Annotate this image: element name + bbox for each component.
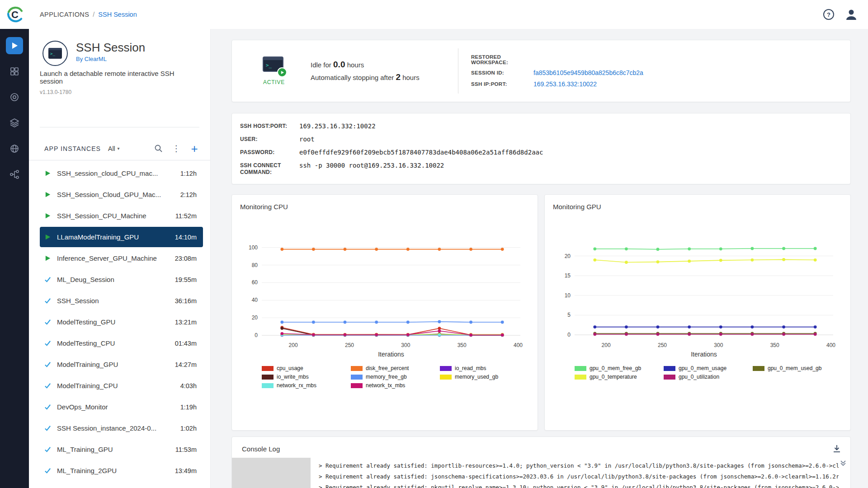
instance-name: ML_Training_2GPU xyxy=(57,467,175,474)
list-item[interactable]: DevOps_Monitor1:19h xyxy=(40,397,203,417)
page-title: SSH Session xyxy=(76,41,145,54)
legend-item: gpu_0_temperature xyxy=(575,374,664,380)
list-item[interactable]: ML_Training_2GPU13:49m xyxy=(40,460,203,481)
svg-text:250: 250 xyxy=(345,342,354,348)
svg-text:10: 10 xyxy=(565,292,571,299)
legend-swatch xyxy=(351,366,363,371)
svg-text:?: ? xyxy=(827,11,830,18)
breadcrumb-current-page[interactable]: SSH Session xyxy=(98,11,137,18)
list-item[interactable]: ML_Training_GPU11:53m xyxy=(40,439,203,460)
console-header: Console Log xyxy=(232,437,850,458)
list-item[interactable]: ModelTesting_GPU13:21m xyxy=(40,312,203,332)
list-item[interactable]: ML_Testing_GPU32:12m xyxy=(40,482,203,488)
list-item[interactable]: SSH_Session_Cloud_GPU_Mac...2:12h xyxy=(40,184,203,205)
instance-runtime: 4:03h xyxy=(180,382,197,389)
rail-item-projects[interactable] xyxy=(6,63,23,80)
rail-item-pipelines[interactable] xyxy=(6,166,23,183)
console-log-title: Console Log xyxy=(242,445,280,453)
legend-swatch xyxy=(440,375,452,380)
legend-swatch xyxy=(351,375,363,380)
instance-name: DevOps_Monitor xyxy=(57,403,180,411)
help-icon[interactable]: ? xyxy=(823,9,835,20)
list-item[interactable]: ModelTraining_GPU14:27m xyxy=(40,354,203,375)
list-item[interactable]: SSH_session_cloud_CPU_mac...1:12h xyxy=(40,163,203,183)
detail-row: SSH CONNECT COMMAND:ssh -p 30000 root@16… xyxy=(240,162,841,176)
instance-name: ModelTesting_CPU xyxy=(57,339,175,347)
console-log-line: > Requirement already satisfied: pkgutil… xyxy=(319,482,839,488)
app-version: v1.13.0-1780 xyxy=(29,85,210,95)
svg-text:350: 350 xyxy=(770,342,779,348)
legend-swatch xyxy=(575,375,586,380)
clearml-logo-icon[interactable]: C xyxy=(5,5,24,24)
legend-item: gpu_0_utilization xyxy=(664,374,753,380)
svg-text:250: 250 xyxy=(658,342,667,348)
app-root: C APPLICATIONS / SSH Session ? xyxy=(0,0,868,488)
completed-check-icon xyxy=(44,340,51,347)
instance-runtime: 13:21m xyxy=(175,319,197,326)
legend-item: memory_used_gb xyxy=(440,374,529,380)
instances-filter-dropdown[interactable]: All ▾ xyxy=(108,145,120,152)
legend-label: memory_used_gb xyxy=(455,374,498,380)
session-id-link[interactable]: fa853b6105e9459b80a825b6c8c7cb2a xyxy=(533,69,643,76)
list-item[interactable]: ModelTesting_CPU01:43m xyxy=(40,333,203,353)
instance-name: Inference_Server_GPU_Machine xyxy=(57,254,175,262)
user-avatar-icon[interactable] xyxy=(844,8,858,21)
launch-new-instance-button[interactable]: + xyxy=(189,143,200,155)
session-status: >_ ACTIVE xyxy=(256,56,292,85)
legend-label: gpu_0_utilization xyxy=(679,374,719,380)
completed-check-icon xyxy=(44,425,51,432)
completed-check-icon xyxy=(44,446,51,453)
rail-item-datasets[interactable] xyxy=(6,89,23,106)
restored-workspace-info: RESTORED WORKSPACE: SESSION ID: fa853b61… xyxy=(471,54,643,88)
breadcrumb-applications[interactable]: APPLICATIONS xyxy=(40,11,89,18)
download-icon[interactable] xyxy=(832,444,841,453)
ssh-details-card: SSH HOST:PORT:169.253.16.332:10022USER:r… xyxy=(231,113,851,184)
legend-label: gpu_0_temperature xyxy=(590,374,637,380)
svg-text:0: 0 xyxy=(255,332,258,338)
instance-runtime: 1:02h xyxy=(180,425,197,432)
list-item[interactable]: SSH_Session_CPU_Machine11:52m xyxy=(40,206,203,226)
search-button[interactable] xyxy=(152,143,164,155)
ssh-ip-port-link[interactable]: 169.253.16.332:10022 xyxy=(533,80,643,88)
rail-item-orchestration[interactable] xyxy=(6,140,23,157)
svg-text:5: 5 xyxy=(567,312,571,318)
legend-label: io_read_mbs xyxy=(455,365,486,371)
app-author-link[interactable]: By ClearML xyxy=(76,56,145,62)
console-log-card: Console Log > Requirement already satisf… xyxy=(231,436,851,488)
detail-row: USER:root xyxy=(240,136,841,143)
legend-label: io_write_mbs xyxy=(277,374,309,380)
detail-label: USER: xyxy=(240,136,299,143)
detail-value: root xyxy=(299,136,315,143)
instance-name: SSH_Session xyxy=(57,297,175,305)
detail-value: 169.253.16.332:10022 xyxy=(299,122,376,130)
rail-item-hyper-datasets[interactable] xyxy=(6,114,23,131)
detail-row: SSH HOST:PORT:169.253.16.332:10022 xyxy=(240,122,841,130)
completed-check-icon xyxy=(44,319,51,325)
svg-text:20: 20 xyxy=(252,314,258,321)
running-play-icon xyxy=(44,191,51,198)
console-log-area[interactable]: > Requirement already satisfied: importl… xyxy=(232,458,850,488)
rail-item-applications[interactable] xyxy=(6,37,23,54)
list-item[interactable]: ModelTraining_CPU4:03h xyxy=(40,375,203,396)
list-item[interactable]: SSH Session_instance_2024-0...1:02h xyxy=(40,418,203,438)
list-item[interactable]: Inference_Server_GPU_Machine23:08m xyxy=(40,248,203,268)
legend-swatch xyxy=(440,366,452,371)
session-status-card: >_ ACTIVE Idle for 0.0 hours Automatical… xyxy=(231,40,851,102)
list-item[interactable]: LLamaModelTraining_GPU14:10m xyxy=(40,227,203,247)
list-item[interactable]: SSH_Session36:16m xyxy=(40,291,203,311)
jump-to-end-icon[interactable] xyxy=(840,460,847,467)
legend-item: network_tx_mbs xyxy=(351,382,440,389)
divider xyxy=(458,48,458,94)
legend-item: memory_free_gb xyxy=(351,374,440,380)
applications-icon xyxy=(10,41,19,50)
app-sidebar: >_ SSH Session By ClearML Launch a detac… xyxy=(29,29,211,488)
legend-item: gpu_0_mem_free_gb xyxy=(575,365,664,371)
svg-text:200: 200 xyxy=(289,342,298,348)
running-play-icon xyxy=(44,170,51,177)
more-options-button[interactable]: ⋮ xyxy=(170,143,182,155)
app-instances-label: APP INSTANCES xyxy=(44,145,101,152)
legend-label: gpu_0_mem_free_gb xyxy=(590,365,641,371)
search-icon xyxy=(154,144,163,153)
completed-check-icon xyxy=(44,297,51,304)
list-item[interactable]: ML_Deug_Session19:55m xyxy=(40,269,203,290)
